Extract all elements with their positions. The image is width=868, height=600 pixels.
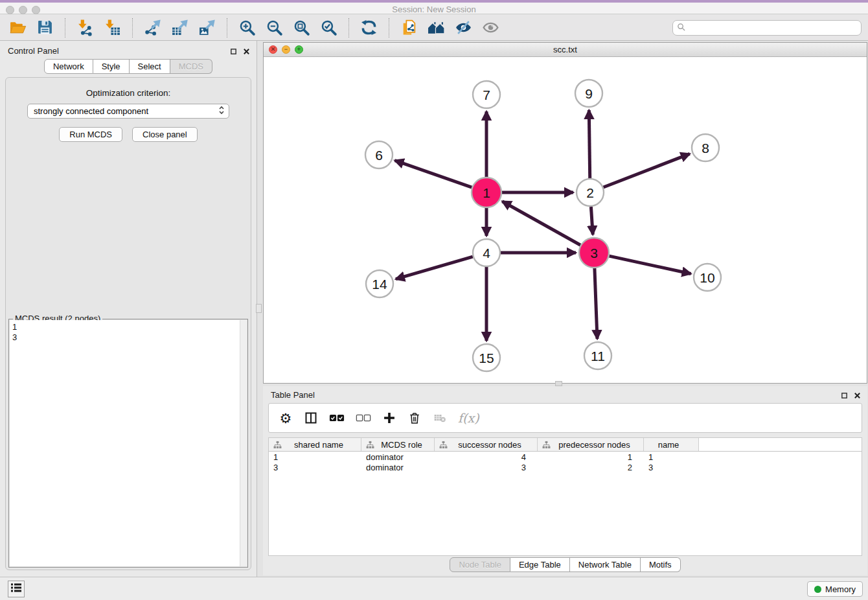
graph-edge-3-1[interactable] xyxy=(502,202,580,246)
cell-name[interactable]: 1 xyxy=(644,452,699,462)
graph-edge-3-10[interactable] xyxy=(610,256,691,273)
memory-status-icon xyxy=(814,586,821,593)
graph-node-15[interactable]: 15 xyxy=(473,344,500,371)
float-panel-icon[interactable] xyxy=(230,46,237,58)
table-splitter-handle[interactable] xyxy=(555,381,562,386)
houses-icon[interactable] xyxy=(428,19,445,36)
task-history-button[interactable] xyxy=(8,581,25,597)
clone-network-icon[interactable] xyxy=(400,19,418,36)
criterion-select[interactable]: strongly connected component xyxy=(27,104,229,119)
column-header-name[interactable]: name xyxy=(644,438,699,451)
toolbar-separator xyxy=(348,18,349,38)
run-mcds-button[interactable]: Run MCDS xyxy=(59,127,122,142)
window-title: Session: New Session xyxy=(0,5,868,14)
list-icon xyxy=(10,583,22,595)
cell-mcds-role[interactable]: dominator xyxy=(361,452,435,462)
graph-edge-3-11[interactable] xyxy=(595,268,597,339)
graph-node-4[interactable]: 4 xyxy=(473,239,500,266)
column-header-mcds-role[interactable]: MCDS role xyxy=(361,438,435,451)
graph-edge-2-3[interactable] xyxy=(591,207,593,235)
graph-node-8[interactable]: 8 xyxy=(692,134,719,161)
cell-shared-name[interactable]: 1 xyxy=(269,452,361,462)
column-header-label: MCDS role xyxy=(374,440,434,450)
tab-network[interactable]: Network xyxy=(44,59,93,74)
select-all-columns-icon[interactable] xyxy=(329,410,345,426)
zoom-selected-icon[interactable] xyxy=(320,19,337,36)
graph-edge-2-8[interactable] xyxy=(604,154,690,187)
tab-select[interactable]: Select xyxy=(130,59,170,74)
column-header-label: predecessor nodes xyxy=(551,440,643,450)
column-layout-icon[interactable] xyxy=(304,410,318,426)
cell-name[interactable]: 3 xyxy=(644,463,699,472)
network-canvas[interactable]: 7968124314101511 xyxy=(264,57,867,383)
graph-node-10[interactable]: 10 xyxy=(694,264,721,291)
graph-node-label: 6 xyxy=(375,148,383,163)
export-table-icon[interactable] xyxy=(171,19,188,36)
table-tab-network-table[interactable]: Network Table xyxy=(570,557,641,572)
open-session-icon[interactable] xyxy=(9,19,27,36)
mcds-result-area[interactable]: 13 xyxy=(10,320,247,566)
graph-edge-1-6[interactable] xyxy=(395,161,472,188)
cell-successor-nodes[interactable]: 3 xyxy=(435,463,538,472)
hide-labels-icon[interactable] xyxy=(455,19,472,36)
close-panel-button[interactable]: Close panel xyxy=(132,127,198,142)
graph-node-label: 11 xyxy=(591,349,605,363)
cell-predecessor-nodes[interactable]: 1 xyxy=(538,452,644,462)
float-table-panel-icon[interactable] xyxy=(841,390,848,402)
zoom-out-icon[interactable] xyxy=(266,19,283,36)
graph-node-label: 9 xyxy=(585,86,593,101)
graph-node-14[interactable]: 14 xyxy=(366,270,393,297)
add-column-icon[interactable] xyxy=(382,410,396,426)
graph-edge-4-14[interactable] xyxy=(396,257,473,279)
graph-node-11[interactable]: 11 xyxy=(584,342,611,369)
export-image-icon[interactable] xyxy=(198,19,216,36)
zoom-in-icon[interactable] xyxy=(238,19,256,36)
close-panel-icon[interactable] xyxy=(243,46,250,58)
graph-edge-2-9[interactable] xyxy=(589,110,589,178)
cell-shared-name[interactable]: 3 xyxy=(269,463,361,472)
import-network-icon[interactable] xyxy=(76,19,94,36)
tab-mcds[interactable]: MCDS xyxy=(170,59,212,74)
toolbar-separator xyxy=(227,18,227,38)
table-tab-node-table[interactable]: Node Table xyxy=(450,557,510,572)
tab-style[interactable]: Style xyxy=(93,59,130,74)
show-eye-icon[interactable] xyxy=(482,19,499,36)
graph-node-1[interactable]: 1 xyxy=(472,178,501,207)
search-input[interactable] xyxy=(688,23,857,32)
cell-predecessor-nodes[interactable]: 2 xyxy=(538,463,644,472)
graph-node-9[interactable]: 9 xyxy=(575,80,602,107)
search-box[interactable] xyxy=(672,20,862,36)
panel-splitter-handle[interactable] xyxy=(256,304,262,313)
import-table-icon[interactable] xyxy=(104,19,121,36)
table-settings-icon[interactable]: ⚙ xyxy=(279,410,293,426)
save-session-icon[interactable] xyxy=(36,19,54,36)
delete-column-icon[interactable] xyxy=(407,410,422,426)
table-row: 3dominator323 xyxy=(269,462,862,472)
column-header-predecessor-nodes[interactable]: predecessor nodes xyxy=(538,438,644,451)
graph-node-3[interactable]: 3 xyxy=(579,238,609,268)
mcds-scrollbar[interactable] xyxy=(240,320,247,566)
control-panel-title: Control Panel xyxy=(8,46,59,56)
graph-node-7[interactable]: 7 xyxy=(473,81,500,108)
apply-layout-icon[interactable] xyxy=(360,19,378,36)
cell-mcds-role[interactable]: dominator xyxy=(361,463,435,472)
unselect-all-columns-icon[interactable] xyxy=(356,410,371,426)
status-bar: Memory xyxy=(0,577,868,600)
memory-button[interactable]: Memory xyxy=(807,581,863,597)
table-tab-edge-table[interactable]: Edge Table xyxy=(510,557,570,572)
table-tabs: Node TableEdge TableNetwork TableMotifs xyxy=(450,557,680,572)
table-tab-motifs[interactable]: Motifs xyxy=(641,557,681,572)
column-header-successor-nodes[interactable]: successor nodes xyxy=(435,438,538,451)
zoom-fit-icon[interactable] xyxy=(293,19,310,36)
toolbar-separator xyxy=(132,18,133,38)
graph-node-label: 4 xyxy=(483,246,490,260)
graph-node-2[interactable]: 2 xyxy=(577,179,604,206)
function-builder-icon: f(x) xyxy=(458,410,479,426)
node-table: shared nameMCDS rolesuccessor nodesprede… xyxy=(268,437,862,556)
column-tree-icon xyxy=(273,441,282,449)
cell-successor-nodes[interactable]: 4 xyxy=(435,452,538,462)
column-header-shared-name[interactable]: shared name xyxy=(269,438,361,451)
close-table-panel-icon[interactable] xyxy=(854,390,861,402)
graph-node-6[interactable]: 6 xyxy=(365,141,393,168)
export-network-icon[interactable] xyxy=(144,19,161,36)
